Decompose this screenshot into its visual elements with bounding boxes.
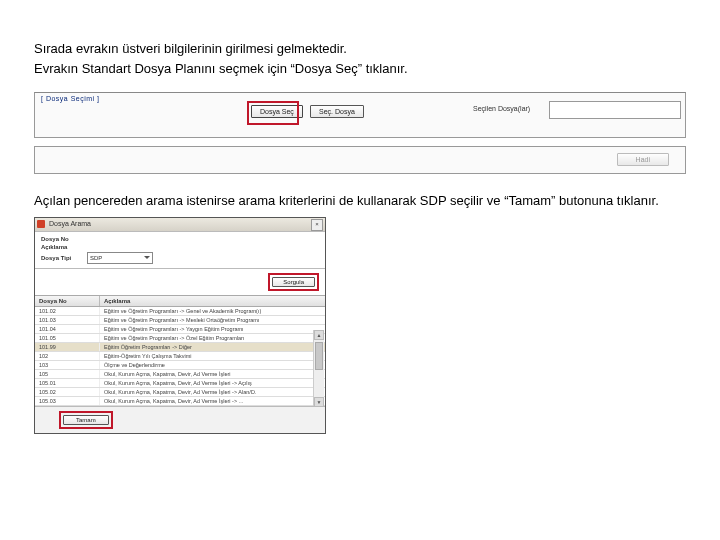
file-select-footer: Hadi	[34, 146, 686, 174]
instruction-1b: Evrakın Standart Dosya Planını seçmek iç…	[34, 60, 686, 78]
cell-description: Okul, Kurum Açma, Kapatma, Devir, Ad Ver…	[100, 370, 325, 378]
scroll-thumb[interactable]	[315, 342, 323, 370]
cell-description: Eğitim ve Öğretim Programları -> Özel Eğ…	[100, 334, 325, 342]
cell-description: Ölçme ve Değerlendirme	[100, 361, 325, 369]
grid-header-no: Dosya No	[35, 296, 100, 306]
scrollbar[interactable]: ▲ ▼	[313, 330, 324, 407]
selected-files-label: Seçilen Dosya(lar)	[473, 105, 530, 112]
cell-file-no: 105	[35, 370, 100, 378]
table-row[interactable]: 105.02Okul, Kurum Açma, Kapatma, Devir, …	[35, 388, 325, 397]
grid-header: Dosya No Açıklama	[35, 295, 325, 307]
table-row[interactable]: 105.01Okul, Kurum Açma, Kapatma, Devir, …	[35, 379, 325, 388]
cell-file-no: 105.03	[35, 397, 100, 405]
table-row[interactable]: 101.02Eğitim ve Öğretim Programları -> G…	[35, 307, 325, 316]
table-row[interactable]: 103Ölçme ve Değerlendirme	[35, 361, 325, 370]
input-file-no[interactable]	[87, 238, 319, 239]
dialog-footer: Tamam	[35, 406, 325, 433]
cell-file-no: 103	[35, 361, 100, 369]
cell-file-no: 101.03	[35, 316, 100, 324]
table-row[interactable]: 101.03Eğitim ve Öğretim Programları -> M…	[35, 316, 325, 325]
file-search-dialog: Dosya Arama × Dosya No Açıklama Dosya Ti…	[34, 217, 326, 434]
table-row[interactable]: 102Eğitim-Öğretim Yılı Çalışma Takvimi	[35, 352, 325, 361]
instruction-1a: Sırada evrakın üstveri bilgilerinin giri…	[34, 40, 686, 58]
dialog-titlebar: Dosya Arama ×	[35, 218, 325, 232]
input-description[interactable]	[87, 246, 319, 247]
select-file-button[interactable]: Dosya Seç	[251, 105, 303, 118]
cell-file-no: 105.01	[35, 379, 100, 387]
cell-file-no: 102	[35, 352, 100, 360]
label-description: Açıklama	[41, 244, 87, 250]
table-row[interactable]: 101.99Eğitim Öğretim Programları -> Diğe…	[35, 343, 325, 352]
dialog-title: Dosya Arama	[49, 220, 91, 227]
cell-description: Eğitim ve Öğretim Programları -> Mesleki…	[100, 316, 325, 324]
chevron-down-icon	[144, 256, 150, 259]
cell-file-no: 101.02	[35, 307, 100, 315]
highlight-ring: Sorgula	[268, 273, 319, 291]
instruction-2: Açılan pencereden arama istenirse arama …	[34, 192, 686, 210]
label-file-no: Dosya No	[41, 236, 87, 242]
grid-header-desc: Açıklama	[100, 296, 325, 306]
selected-files-field[interactable]	[549, 101, 681, 119]
cell-description: Eğitim ve Öğretim Programları -> Genel v…	[100, 307, 325, 315]
cell-description: Eğitim ve Öğretim Programları -> Yaygın …	[100, 325, 325, 333]
label-file-type: Dosya Tipi	[41, 255, 87, 261]
search-form: Dosya No Açıklama Dosya Tipi SDP	[35, 232, 325, 269]
file-select-panel: [ Dosya Seçimi ] Dosya Seç Seç. Dosya Se…	[34, 92, 686, 138]
app-icon	[37, 220, 45, 228]
instruction-1: Sırada evrakın üstveri bilgilerinin giri…	[34, 40, 686, 78]
cell-description: Okul, Kurum Açma, Kapatma, Devir, Ad Ver…	[100, 379, 325, 387]
select-file-type[interactable]: SDP	[87, 252, 153, 264]
file-select-panel-label: [ Dosya Seçimi ]	[41, 95, 100, 102]
results-grid: Dosya No Açıklama 101.02Eğitim ve Öğreti…	[35, 295, 325, 406]
cell-file-no: 101.04	[35, 325, 100, 333]
cell-file-no: 105.02	[35, 388, 100, 396]
remove-file-button[interactable]: Seç. Dosya	[310, 105, 364, 118]
scroll-up-icon[interactable]: ▲	[314, 330, 324, 340]
cell-description: Eğitim-Öğretim Yılı Çalışma Takvimi	[100, 352, 325, 360]
cell-description: Okul, Kurum Açma, Kapatma, Devir, Ad Ver…	[100, 397, 325, 405]
ok-button[interactable]: Tamam	[63, 415, 109, 425]
table-row[interactable]: 105.03Okul, Kurum Açma, Kapatma, Devir, …	[35, 397, 325, 406]
close-icon[interactable]: ×	[311, 219, 323, 231]
select-file-type-value: SDP	[90, 255, 102, 261]
table-row[interactable]: 101.05Eğitim ve Öğretim Programları -> Ö…	[35, 334, 325, 343]
table-row[interactable]: 105Okul, Kurum Açma, Kapatma, Devir, Ad …	[35, 370, 325, 379]
cell-file-no: 101.05	[35, 334, 100, 342]
highlight-ring: Tamam	[59, 411, 113, 429]
cell-description: Eğitim Öğretim Programları -> Diğer	[100, 343, 325, 351]
query-button[interactable]: Sorgula	[272, 277, 315, 287]
cell-description: Okul, Kurum Açma, Kapatma, Devir, Ad Ver…	[100, 388, 325, 396]
cell-file-no: 101.99	[35, 343, 100, 351]
table-row[interactable]: 101.04Eğitim ve Öğretim Programları -> Y…	[35, 325, 325, 334]
footer-action-button[interactable]: Hadi	[617, 153, 669, 166]
